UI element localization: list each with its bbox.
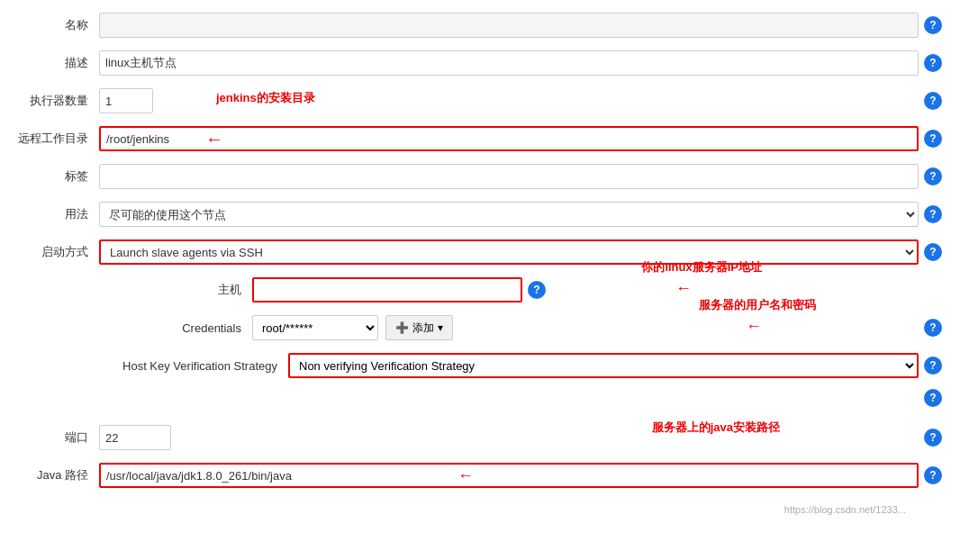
executors-row: 执行器数量 jenkins的安装目录 ? bbox=[18, 85, 942, 117]
java-path-input[interactable] bbox=[99, 463, 919, 488]
name-input[interactable] bbox=[99, 13, 919, 38]
host-key-row: Host Key Verification Strategy Non verif… bbox=[18, 349, 942, 382]
arrow-java: ← bbox=[457, 466, 474, 485]
description-label: 描述 bbox=[18, 55, 99, 71]
usage-label: 用法 bbox=[18, 206, 99, 222]
port-input[interactable] bbox=[99, 425, 171, 450]
arrow-credentials: ← bbox=[746, 317, 762, 336]
launch-help-btn[interactable]: ? bbox=[924, 243, 942, 261]
java-path-label: Java 路径 bbox=[18, 467, 99, 483]
java-path-row: Java 路径 ← ? bbox=[18, 459, 942, 492]
launch-select[interactable]: Launch slave agents via SSH bbox=[99, 239, 919, 265]
add-btn-label: 添加 bbox=[412, 321, 434, 336]
labels-row: 标签 ? bbox=[18, 160, 942, 193]
name-row: 名称 ? bbox=[18, 9, 942, 41]
credentials-label: Credentials bbox=[90, 321, 252, 335]
launch-label: 启动方式 bbox=[18, 244, 99, 260]
annotation-ip: 你的linux服务器IP地址 bbox=[641, 259, 762, 275]
url-watermark: https://blog.csdn.net/1233... bbox=[784, 504, 906, 515]
executors-help-btn[interactable]: ? bbox=[924, 92, 942, 110]
labels-input[interactable] bbox=[99, 164, 919, 189]
port-row: 端口 服务器上的java安装路径 ? bbox=[18, 421, 942, 454]
launch-row: 启动方式 Launch slave agents via SSH ? bbox=[18, 236, 942, 268]
add-dropdown-icon: ▾ bbox=[438, 321, 443, 334]
executors-input[interactable] bbox=[99, 88, 153, 113]
remote-dir-help-btn[interactable]: ? bbox=[924, 130, 942, 148]
host-key-help-btn[interactable]: ? bbox=[924, 357, 942, 375]
credentials-controls: root/****** ➕ 添加 ▾ bbox=[252, 315, 919, 340]
add-credentials-btn[interactable]: ➕ 添加 ▾ bbox=[385, 315, 453, 340]
usage-row: 用法 尽可能的使用这个节点 ? bbox=[18, 198, 942, 230]
arrow-remote-dir: ← bbox=[205, 129, 223, 149]
name-help-btn[interactable]: ? bbox=[924, 16, 942, 34]
host-input[interactable] bbox=[252, 277, 522, 303]
remote-dir-label: 远程工作目录 bbox=[18, 131, 99, 147]
credentials-select[interactable]: root/****** bbox=[252, 315, 378, 340]
extra-help-btn[interactable]: ? bbox=[924, 389, 942, 407]
port-help-btn[interactable]: ? bbox=[924, 429, 942, 447]
credentials-row: Credentials root/****** ➕ 添加 ▾ 服务器的用户名和密… bbox=[18, 312, 942, 344]
labels-label: 标签 bbox=[18, 168, 99, 185]
name-label: 名称 bbox=[18, 17, 99, 33]
credentials-help-btn[interactable]: ? bbox=[924, 319, 942, 337]
watermark-row: https://blog.csdn.net/1233... bbox=[18, 497, 942, 515]
add-icon: ➕ bbox=[395, 321, 409, 334]
description-row: 描述 ? bbox=[18, 47, 942, 79]
annotation-jenkins: jenkins的安装目录 bbox=[216, 90, 315, 106]
port-label: 端口 bbox=[18, 429, 99, 446]
usage-select[interactable]: 尽可能的使用这个节点 bbox=[99, 202, 919, 227]
host-label: 主机 bbox=[90, 282, 252, 298]
arrow-ip: ← bbox=[675, 279, 692, 298]
annotation-java: 服务器上的java安装路径 bbox=[652, 420, 780, 436]
labels-help-btn[interactable]: ? bbox=[924, 167, 942, 185]
executors-label: 执行器数量 bbox=[18, 93, 99, 109]
host-key-label: Host Key Verification Strategy bbox=[90, 359, 288, 373]
java-path-help-btn[interactable]: ? bbox=[924, 466, 942, 484]
annotation-credentials: 服务器的用户名和密码 bbox=[699, 297, 816, 313]
remote-dir-row: 远程工作目录 ← ? bbox=[18, 122, 942, 155]
host-key-select[interactable]: Non verifying Verification Strategy bbox=[288, 353, 919, 378]
description-input[interactable] bbox=[99, 50, 919, 76]
form-container: 名称 ? 描述 ? 执行器数量 jenkins的安装目录 ? 远程工作目录 ← … bbox=[0, 0, 960, 524]
description-help-btn[interactable]: ? bbox=[924, 54, 942, 72]
usage-help-btn[interactable]: ? bbox=[924, 205, 942, 223]
extra-help-row: ? bbox=[18, 387, 942, 409]
host-help-btn[interactable]: ? bbox=[528, 281, 546, 299]
